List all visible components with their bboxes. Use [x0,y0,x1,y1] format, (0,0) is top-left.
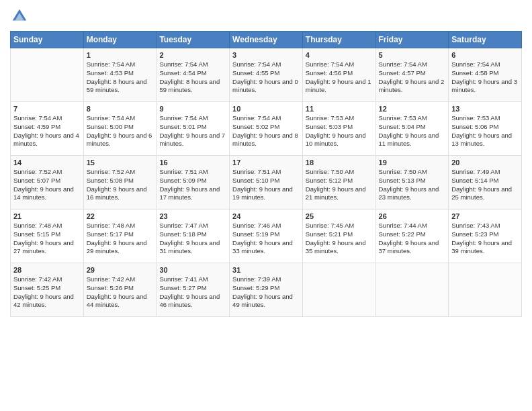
cell-content: Sunrise: 7:54 AMSunset: 4:57 PMDaylight:… [379,60,445,93]
day-cell: 31Sunrise: 7:39 AMSunset: 5:29 PMDayligh… [230,263,303,317]
header-cell-thursday: Thursday [302,32,375,48]
day-number: 29 [87,266,154,274]
day-number: 2 [159,51,226,59]
cell-content: Sunrise: 7:47 AMSunset: 5:18 PMDaylight:… [159,222,220,255]
day-number: 17 [232,158,300,167]
calendar-body: 1Sunrise: 7:54 AMSunset: 4:53 PMDaylight… [11,48,522,317]
day-cell: 24Sunrise: 7:46 AMSunset: 5:19 PMDayligh… [230,210,303,263]
cell-content: Sunrise: 7:45 AMSunset: 5:21 PMDaylight:… [306,222,366,255]
day-cell: 12Sunrise: 7:53 AMSunset: 5:04 PMDayligh… [375,102,449,156]
day-cell [449,263,522,317]
calendar-table: SundayMondayTuesdayWednesdayThursdayFrid… [10,31,522,317]
header-cell-wednesday: Wednesday [230,32,303,48]
day-number: 16 [159,158,226,167]
cell-content: Sunrise: 7:42 AMSunset: 5:25 PMDaylight:… [13,275,74,308]
day-cell: 15Sunrise: 7:52 AMSunset: 5:08 PMDayligh… [83,156,157,210]
day-cell: 14Sunrise: 7:52 AMSunset: 5:07 PMDayligh… [11,156,84,210]
day-cell: 25Sunrise: 7:45 AMSunset: 5:21 PMDayligh… [302,210,375,263]
day-number: 18 [306,158,373,167]
day-number: 19 [379,158,446,167]
cell-content: Sunrise: 7:53 AMSunset: 5:06 PMDaylight:… [451,114,512,147]
cell-content: Sunrise: 7:39 AMSunset: 5:29 PMDaylight:… [232,275,293,308]
day-cell: 29Sunrise: 7:42 AMSunset: 5:26 PMDayligh… [83,263,157,317]
cell-content: Sunrise: 7:52 AMSunset: 5:07 PMDaylight:… [13,168,74,201]
day-number: 11 [306,105,373,113]
day-number: 28 [13,266,81,274]
day-number: 8 [87,105,154,113]
cell-content: Sunrise: 7:54 AMSunset: 4:53 PMDaylight:… [87,60,147,93]
day-cell: 8Sunrise: 7:54 AMSunset: 5:00 PMDaylight… [83,102,157,156]
day-cell: 1Sunrise: 7:54 AMSunset: 4:53 PMDaylight… [83,48,157,102]
day-cell: 30Sunrise: 7:41 AMSunset: 5:27 PMDayligh… [157,263,230,317]
day-number: 5 [379,51,446,59]
day-cell: 21Sunrise: 7:48 AMSunset: 5:15 PMDayligh… [11,210,84,263]
cell-content: Sunrise: 7:54 AMSunset: 4:54 PMDaylight:… [159,60,220,93]
day-number: 22 [87,212,154,220]
day-cell: 10Sunrise: 7:54 AMSunset: 5:02 PMDayligh… [230,102,303,156]
day-number: 27 [451,212,519,220]
header-row: SundayMondayTuesdayWednesdayThursdayFrid… [11,32,522,48]
cell-content: Sunrise: 7:53 AMSunset: 5:04 PMDaylight:… [379,114,439,147]
day-cell: 5Sunrise: 7:54 AMSunset: 4:57 PMDaylight… [375,48,449,102]
day-cell: 26Sunrise: 7:44 AMSunset: 5:22 PMDayligh… [375,210,449,263]
cell-content: Sunrise: 7:48 AMSunset: 5:15 PMDaylight:… [13,222,74,255]
day-number: 26 [379,212,446,220]
day-cell [11,48,84,102]
day-cell: 4Sunrise: 7:54 AMSunset: 4:56 PMDaylight… [302,48,375,102]
day-cell: 3Sunrise: 7:54 AMSunset: 4:55 PMDaylight… [230,48,303,102]
page-container: SundayMondayTuesdayWednesdayThursdayFrid… [0,0,532,324]
cell-content: Sunrise: 7:54 AMSunset: 4:56 PMDaylight:… [306,60,371,93]
cell-content: Sunrise: 7:53 AMSunset: 5:03 PMDaylight:… [306,114,366,147]
cell-content: Sunrise: 7:51 AMSunset: 5:10 PMDaylight:… [232,168,293,201]
day-number: 24 [232,212,300,220]
week-row-0: 1Sunrise: 7:54 AMSunset: 4:53 PMDaylight… [11,48,522,102]
day-cell: 11Sunrise: 7:53 AMSunset: 5:03 PMDayligh… [302,102,375,156]
day-cell: 22Sunrise: 7:48 AMSunset: 5:17 PMDayligh… [83,210,157,263]
cell-content: Sunrise: 7:50 AMSunset: 5:13 PMDaylight:… [379,168,439,201]
day-cell: 9Sunrise: 7:54 AMSunset: 5:01 PMDaylight… [157,102,230,156]
day-cell: 17Sunrise: 7:51 AMSunset: 5:10 PMDayligh… [230,156,303,210]
cell-content: Sunrise: 7:43 AMSunset: 5:23 PMDaylight:… [451,222,512,255]
day-number: 13 [451,105,519,113]
week-row-1: 7Sunrise: 7:54 AMSunset: 4:59 PMDaylight… [11,102,522,156]
cell-content: Sunrise: 7:42 AMSunset: 5:26 PMDaylight:… [87,275,147,308]
day-cell: 23Sunrise: 7:47 AMSunset: 5:18 PMDayligh… [157,210,230,263]
day-number: 10 [232,105,300,113]
day-number: 25 [306,212,373,220]
day-cell [375,263,449,317]
header-cell-friday: Friday [375,32,449,48]
day-cell: 13Sunrise: 7:53 AMSunset: 5:06 PMDayligh… [449,102,522,156]
header [10,7,522,26]
day-number: 12 [379,105,446,113]
cell-content: Sunrise: 7:44 AMSunset: 5:22 PMDaylight:… [379,222,439,255]
cell-content: Sunrise: 7:54 AMSunset: 4:58 PMDaylight:… [451,60,517,93]
cell-content: Sunrise: 7:54 AMSunset: 5:01 PMDaylight:… [159,114,225,147]
header-cell-sunday: Sunday [11,32,84,48]
day-number: 3 [232,51,300,59]
day-number: 4 [306,51,373,59]
day-cell [302,263,375,317]
day-number: 21 [13,212,81,220]
day-number: 14 [13,158,81,167]
day-number: 23 [159,212,226,220]
day-cell: 28Sunrise: 7:42 AMSunset: 5:25 PMDayligh… [11,263,84,317]
week-row-3: 21Sunrise: 7:48 AMSunset: 5:15 PMDayligh… [11,210,522,263]
header-cell-monday: Monday [83,32,157,48]
calendar-header: SundayMondayTuesdayWednesdayThursdayFrid… [11,32,522,48]
day-number: 6 [451,51,519,59]
cell-content: Sunrise: 7:46 AMSunset: 5:19 PMDaylight:… [232,222,293,255]
day-number: 20 [451,158,519,167]
day-number: 1 [87,51,154,59]
cell-content: Sunrise: 7:54 AMSunset: 5:00 PMDaylight:… [87,114,152,147]
header-cell-tuesday: Tuesday [157,32,230,48]
day-cell: 16Sunrise: 7:51 AMSunset: 5:09 PMDayligh… [157,156,230,210]
cell-content: Sunrise: 7:48 AMSunset: 5:17 PMDaylight:… [87,222,147,255]
day-number: 31 [232,266,300,274]
cell-content: Sunrise: 7:49 AMSunset: 5:14 PMDaylight:… [451,168,512,201]
cell-content: Sunrise: 7:51 AMSunset: 5:09 PMDaylight:… [159,168,220,201]
day-number: 15 [87,158,154,167]
day-cell: 20Sunrise: 7:49 AMSunset: 5:14 PMDayligh… [449,156,522,210]
cell-content: Sunrise: 7:54 AMSunset: 4:59 PMDaylight:… [13,114,79,147]
day-cell: 19Sunrise: 7:50 AMSunset: 5:13 PMDayligh… [375,156,449,210]
day-cell: 6Sunrise: 7:54 AMSunset: 4:58 PMDaylight… [449,48,522,102]
